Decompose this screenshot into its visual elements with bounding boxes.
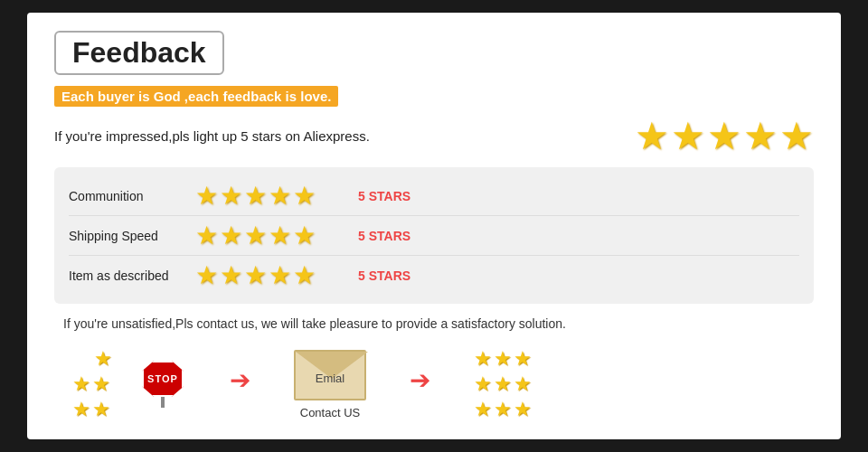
satisfied-stars-step: ★ ★ ★ ★ ★ ★ ★ ★ ★ — [474, 347, 532, 421]
intro-text: If you're impressed,pls light up 5 stars… — [54, 128, 635, 144]
email-label: Emial — [316, 372, 345, 385]
dis-star: ★ — [92, 398, 110, 421]
top-star-3: ★ — [707, 114, 741, 158]
title-box: Feedback — [54, 31, 224, 75]
row-label-item: Item as described — [69, 268, 195, 283]
dis-star: ★ — [94, 347, 112, 371]
top-stars: ★ ★ ★ ★ ★ — [635, 114, 814, 158]
dis-star: ★ — [92, 372, 110, 396]
dis-star: ★ — [72, 398, 90, 421]
sat-star: ★ — [494, 398, 512, 421]
arrow-2: ➔ — [410, 365, 430, 395]
row-badge-item: 5 STARS — [358, 268, 410, 283]
table-row: Shipping Speed ★ ★ ★ ★ ★ 5 STARS — [69, 216, 799, 256]
bottom-flow: ★ ★ ★ ★ ★ STOP ➔ — [54, 347, 814, 421]
arrow-1: ➔ — [230, 365, 250, 395]
row-badge-communition: 5 STARS — [358, 189, 410, 203]
unsatisfied-text: If you're unsatisfied,Pls contact us, we… — [54, 316, 814, 331]
row-stars-item: ★ ★ ★ ★ ★ — [195, 260, 340, 290]
top-star-2: ★ — [671, 114, 705, 158]
top-section: If you're impressed,pls light up 5 stars… — [54, 114, 814, 158]
top-star-4: ★ — [743, 114, 778, 158]
contact-step: Emial Contact US — [294, 350, 366, 419]
envelope-icon: Emial — [294, 350, 366, 400]
sat-star: ★ — [494, 347, 512, 371]
top-star-5: ★ — [779, 114, 814, 158]
table-row: Communition ★ ★ ★ ★ ★ 5 STARS — [69, 176, 799, 216]
stop-text: STOP — [147, 373, 178, 384]
stop-octagon: STOP — [142, 361, 184, 397]
stop-sign: STOP — [139, 361, 186, 408]
row-badge-shipping: 5 STARS — [358, 229, 410, 243]
dis-star: ★ — [72, 372, 90, 396]
row-label-communition: Communition — [69, 189, 195, 203]
ratings-table: Communition ★ ★ ★ ★ ★ 5 STARS Shipping S… — [54, 167, 814, 304]
sat-star: ★ — [514, 398, 532, 421]
dissatisfied-stars-step: ★ ★ ★ ★ ★ — [72, 347, 112, 421]
top-star-1: ★ — [635, 114, 669, 158]
stop-pole — [161, 397, 165, 408]
row-stars-communition: ★ ★ ★ ★ ★ — [195, 181, 340, 211]
table-row: Item as described ★ ★ ★ ★ ★ 5 STARS — [69, 256, 799, 295]
stop-sign-step: STOP — [139, 361, 186, 408]
row-stars-shipping: ★ ★ ★ ★ ★ — [195, 221, 340, 250]
row-label-shipping: Shipping Speed — [69, 229, 195, 243]
sat-star: ★ — [474, 372, 492, 396]
sat-star: ★ — [474, 398, 492, 421]
sat-star: ★ — [514, 372, 532, 396]
page-title: Feedback — [72, 36, 206, 69]
sat-star: ★ — [474, 347, 492, 371]
sat-star: ★ — [494, 372, 512, 396]
feedback-card: Feedback Each buyer is God ,each feedbac… — [27, 13, 841, 439]
satisfied-stars-grid: ★ ★ ★ ★ ★ ★ ★ ★ ★ — [474, 347, 532, 421]
contact-us-label: Contact US — [300, 406, 360, 419]
sat-star: ★ — [514, 347, 532, 371]
tagline: Each buyer is God ,each feedback is love… — [54, 86, 338, 107]
